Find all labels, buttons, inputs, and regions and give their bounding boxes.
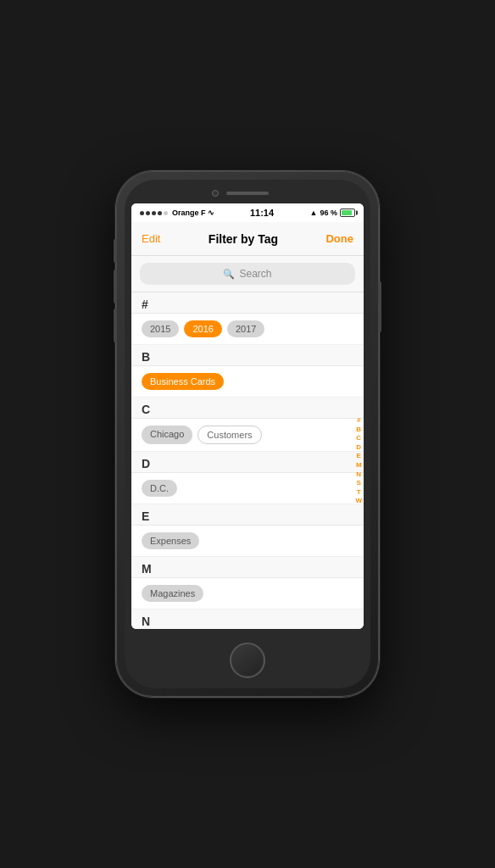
search-container: 🔍 Search <box>131 256 364 292</box>
carrier-label: Orange F <box>172 209 206 217</box>
page-title: Filter by Tag <box>209 232 278 246</box>
tag-chicago[interactable]: Chicago <box>142 426 192 444</box>
battery-fill <box>342 210 352 215</box>
tag-2016[interactable]: 2016 <box>184 320 221 337</box>
section-header-m: M <box>131 557 364 578</box>
tag-magazines[interactable]: Magazines <box>142 585 203 602</box>
search-placeholder: Search <box>239 268 271 280</box>
speaker <box>226 192 269 195</box>
section-header-hash: # <box>131 292 364 314</box>
signal-dot-4 <box>158 211 162 215</box>
battery-percent: 96 % <box>320 209 337 217</box>
battery-icon <box>340 209 355 217</box>
signal-dot-5 <box>164 211 168 215</box>
volume-up-button[interactable] <box>114 270 116 303</box>
status-left: Orange F ∿ <box>140 209 214 217</box>
tag-2017[interactable]: 2017 <box>227 320 264 337</box>
mute-button[interactable] <box>114 239 116 263</box>
section-header-b: B <box>131 345 364 366</box>
tag-dc[interactable]: D.C. <box>142 480 177 497</box>
power-button[interactable] <box>379 281 381 332</box>
tag-list: # 2015 2016 2017 B Business Cards C Chic… <box>131 292 364 629</box>
camera <box>212 190 219 197</box>
tag-expenses[interactable]: Expenses <box>142 532 199 549</box>
search-bar[interactable]: 🔍 Search <box>140 263 355 285</box>
tags-row-hash: 2015 2016 2017 <box>131 314 364 345</box>
edit-button[interactable]: Edit <box>142 232 160 245</box>
screen: Orange F ∿ 11:14 ▲ 96 % Edit Filter by T… <box>131 203 364 629</box>
time-display: 11:14 <box>250 208 274 218</box>
volume-down-button[interactable] <box>114 309 116 342</box>
section-header-e: E <box>131 504 364 526</box>
signal-dot-3 <box>152 211 156 215</box>
done-button[interactable]: Done <box>325 232 353 245</box>
status-right: ▲ 96 % <box>310 209 355 217</box>
tag-2015[interactable]: 2015 <box>142 320 179 337</box>
signal-dot-1 <box>140 211 144 215</box>
tags-row-d: D.C. <box>131 473 364 504</box>
phone-frame: Orange F ∿ 11:14 ▲ 96 % Edit Filter by T… <box>116 171 379 697</box>
phone-inner: Orange F ∿ 11:14 ▲ 96 % Edit Filter by T… <box>125 180 370 688</box>
wifi-icon: ∿ <box>208 209 214 217</box>
tags-row-c: Chicago Customers <box>131 419 364 452</box>
section-header-d: D <box>131 452 364 473</box>
nav-bar: Edit Filter by Tag Done <box>131 222 364 256</box>
tags-row-m: Magazines <box>131 578 364 609</box>
section-header-n: N <box>131 609 364 629</box>
location-icon: ▲ <box>310 209 318 217</box>
signal-dot-2 <box>146 211 150 215</box>
tag-customers[interactable]: Customers <box>197 426 261 444</box>
section-header-c: C <box>131 398 364 419</box>
status-bar: Orange F ∿ 11:14 ▲ 96 % <box>131 203 364 222</box>
tags-row-e: Expenses <box>131 526 364 557</box>
tag-business-cards[interactable]: Business Cards <box>142 373 224 390</box>
home-button[interactable] <box>230 643 265 678</box>
search-icon: 🔍 <box>223 269 235 280</box>
tags-row-b: Business Cards <box>131 366 364 398</box>
